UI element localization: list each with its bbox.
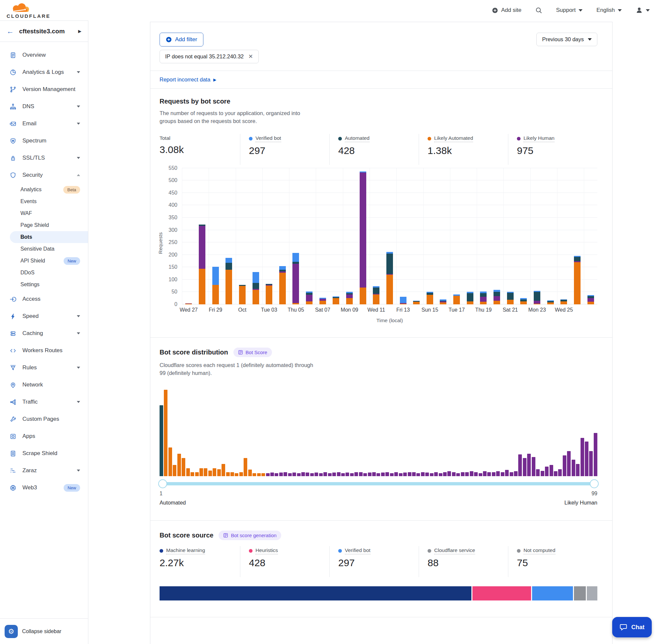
cloudflare-logo[interactable]: CLOUDFLARE — [6, 2, 50, 19]
sidebar-item-traffic[interactable]: Traffic — [0, 393, 88, 411]
stacked-bar[interactable] — [306, 292, 312, 304]
x-tick: Oct — [238, 307, 246, 313]
sidebar-item-web3[interactable]: Web3New — [0, 479, 88, 496]
account-menu[interactable] — [636, 6, 650, 14]
sidebar-item-email[interactable]: Email — [0, 115, 88, 132]
stacked-bar[interactable] — [467, 292, 473, 304]
source-segment-cloudflare-service — [574, 586, 586, 600]
stacked-bar[interactable] — [199, 225, 205, 304]
sidebar-item-ssl-tls[interactable]: SSL/TLS — [0, 150, 88, 166]
sidebar-item-analytics[interactable]: AnalyticsBeta — [0, 184, 88, 196]
stacked-bar[interactable] — [400, 297, 406, 304]
beta-badge: Beta — [63, 186, 80, 193]
sidebar-item-rules[interactable]: Rules — [0, 359, 88, 376]
stacked-bar[interactable] — [427, 292, 433, 304]
stacked-bar[interactable] — [413, 301, 420, 304]
stacked-bar[interactable] — [333, 296, 339, 304]
stacked-bar[interactable] — [373, 286, 379, 304]
sidebar-item-api-shield[interactable]: API ShieldNew — [0, 255, 88, 267]
stacked-bar[interactable] — [534, 291, 540, 304]
sidebar-item-caching[interactable]: Caching — [0, 325, 88, 342]
chat-button[interactable]: Chat — [612, 617, 652, 638]
chevron-right-icon[interactable]: ▶ — [78, 29, 81, 33]
stacked-bar[interactable] — [266, 284, 272, 304]
stacked-bar[interactable] — [560, 299, 567, 304]
requests-plot[interactable]: 050100150200250300350400450500550 — [182, 168, 597, 304]
slider-handle-min[interactable] — [158, 479, 167, 488]
stacked-bar[interactable] — [253, 272, 259, 304]
stat-label-text[interactable]: Likely Automated — [434, 135, 473, 142]
sidebar-item-security[interactable]: Security — [0, 166, 88, 184]
collapse-sidebar-button[interactable]: Collapse sidebar — [22, 628, 61, 635]
stat-label-text[interactable]: Verified bot — [256, 135, 281, 142]
slider-handle-max[interactable] — [590, 479, 599, 488]
stat-label-text[interactable]: Verified bot — [345, 547, 371, 554]
stacked-bar[interactable] — [360, 171, 366, 304]
add-site-button[interactable]: Add site — [492, 7, 521, 14]
bot-score-histogram[interactable] — [160, 390, 597, 476]
stat-label-text[interactable]: Cloudflare service — [434, 547, 475, 554]
stacked-bar[interactable] — [440, 299, 446, 304]
sidebar-item-zaraz[interactable]: Zaraz — [0, 462, 88, 479]
stacked-bar[interactable] — [453, 295, 460, 304]
sidebar-item-custom-pages[interactable]: Custom Pages — [0, 411, 88, 428]
bar-segment-likely-automated — [185, 304, 192, 304]
stat-label-text[interactable]: Heuristics — [256, 547, 278, 554]
histogram-bar — [465, 472, 469, 476]
sidebar-item-bots[interactable]: Bots — [10, 231, 88, 243]
sidebar-item-events[interactable]: Events — [0, 196, 88, 207]
sidebar-item-version-management[interactable]: Version Management — [0, 81, 88, 98]
stacked-bar[interactable] — [547, 300, 554, 304]
stacked-bar[interactable] — [226, 258, 232, 304]
date-range-dropdown[interactable]: Previous 30 days — [536, 33, 597, 46]
stacked-bar[interactable] — [320, 298, 326, 304]
sidebar-item-analytics-logs[interactable]: Analytics & Logs — [0, 64, 88, 81]
sidebar-item-settings[interactable]: Settings — [0, 279, 88, 291]
language-menu[interactable]: English — [596, 7, 622, 14]
stat-label-text[interactable]: Likely Human — [523, 135, 555, 142]
stacked-bar[interactable] — [346, 292, 353, 304]
back-arrow-icon[interactable]: ← — [6, 27, 14, 36]
stacked-bar[interactable] — [292, 253, 299, 304]
close-icon[interactable]: ✕ — [248, 53, 253, 60]
sidebar-item-sensitive-data[interactable]: Sensitive Data — [0, 243, 88, 255]
sidebar-item-access[interactable]: Access — [0, 291, 88, 308]
sidebar-item-ddos[interactable]: DDoS — [0, 267, 88, 279]
stacked-bar[interactable] — [520, 298, 527, 304]
sidebar-item-spectrum[interactable]: Spectrum — [0, 132, 88, 150]
stacked-bar[interactable] — [279, 266, 286, 304]
stacked-bar[interactable] — [574, 256, 581, 304]
bot-score-generation-badge[interactable]: Bot score generation — [218, 531, 281, 540]
sidebar-item-waf[interactable]: WAF — [0, 207, 88, 219]
sidebar-item-page-shield[interactable]: Page Shield — [0, 219, 88, 231]
stat-label-text[interactable]: Machine learning — [166, 547, 205, 554]
sidebar-item-overview[interactable]: Overview — [0, 46, 88, 64]
stacked-bar[interactable] — [480, 292, 487, 304]
sidebar-item-workers-routes[interactable]: Workers Routes — [0, 342, 88, 359]
stacked-bar[interactable] — [507, 292, 514, 304]
sidebar-item-scrape-shield[interactable]: Scrape Shield — [0, 445, 88, 462]
stacked-bar[interactable] — [494, 290, 500, 304]
stacked-bar[interactable] — [212, 267, 219, 304]
report-incorrect-data-link[interactable]: Report incorrect data ▶ — [160, 76, 216, 83]
preferences-button[interactable]: ⚙ — [5, 625, 18, 638]
stacked-bar[interactable] — [587, 295, 594, 304]
stacked-bar[interactable] — [185, 303, 192, 304]
bot-score-badge[interactable]: Bot Score — [233, 348, 272, 357]
sidebar-item-speed[interactable]: Speed — [0, 308, 88, 325]
score-range-slider[interactable] — [160, 482, 597, 485]
stat-label-text[interactable]: Not computed — [523, 547, 556, 554]
stat-label-text: Total — [160, 135, 170, 141]
histogram-bar — [594, 433, 597, 476]
stacked-bar[interactable] — [386, 252, 393, 304]
search-icon[interactable] — [535, 7, 542, 14]
support-menu[interactable]: Support — [556, 7, 583, 14]
add-filter-button[interactable]: Add filter — [160, 33, 204, 46]
sidebar-item-network[interactable]: Network — [0, 376, 88, 393]
filter-chip[interactable]: IP does not equal 35.212.240.32 ✕ — [160, 50, 259, 63]
stat-label-text[interactable]: Automated — [345, 135, 370, 142]
sidebar-item-apps[interactable]: Apps — [0, 428, 88, 445]
sidebar-item-dns[interactable]: DNS — [0, 98, 88, 115]
stacked-bar[interactable] — [239, 285, 245, 304]
site-name[interactable]: cftestsite3.com — [19, 28, 73, 35]
